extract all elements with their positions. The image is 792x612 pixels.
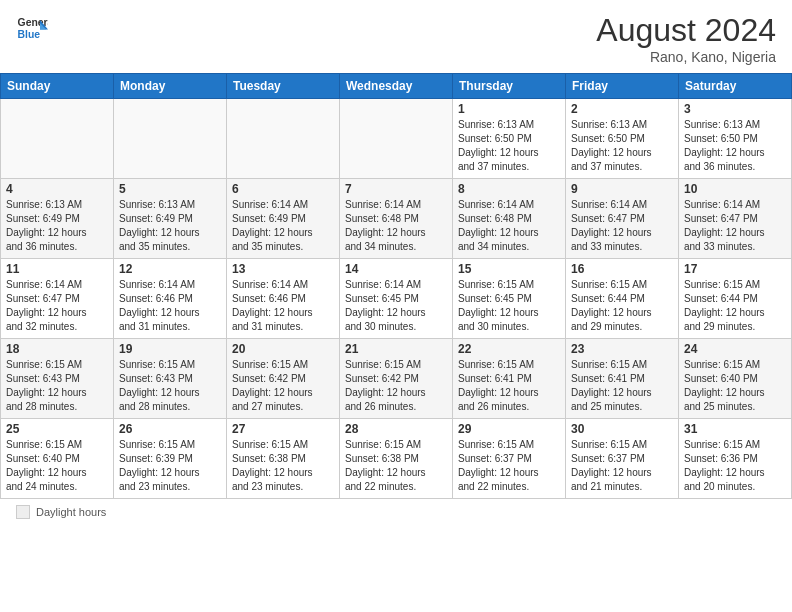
- daylight-label: Daylight hours: [36, 506, 106, 518]
- day-number: 20: [232, 342, 334, 356]
- day-info: Sunrise: 6:14 AM Sunset: 6:46 PM Dayligh…: [232, 278, 334, 334]
- day-number: 15: [458, 262, 560, 276]
- day-number: 8: [458, 182, 560, 196]
- day-info: Sunrise: 6:15 AM Sunset: 6:38 PM Dayligh…: [232, 438, 334, 494]
- day-number: 25: [6, 422, 108, 436]
- day-info: Sunrise: 6:15 AM Sunset: 6:43 PM Dayligh…: [6, 358, 108, 414]
- day-number: 9: [571, 182, 673, 196]
- calendar-day-cell: 12Sunrise: 6:14 AM Sunset: 6:46 PM Dayli…: [114, 259, 227, 339]
- calendar: SundayMondayTuesdayWednesdayThursdayFrid…: [0, 73, 792, 499]
- calendar-day-header: Monday: [114, 74, 227, 99]
- day-number: 22: [458, 342, 560, 356]
- day-info: Sunrise: 6:14 AM Sunset: 6:48 PM Dayligh…: [345, 198, 447, 254]
- day-number: 2: [571, 102, 673, 116]
- calendar-day-cell: 17Sunrise: 6:15 AM Sunset: 6:44 PM Dayli…: [679, 259, 792, 339]
- day-info: Sunrise: 6:15 AM Sunset: 6:39 PM Dayligh…: [119, 438, 221, 494]
- calendar-week-row: 4Sunrise: 6:13 AM Sunset: 6:49 PM Daylig…: [1, 179, 792, 259]
- calendar-day-cell: 24Sunrise: 6:15 AM Sunset: 6:40 PM Dayli…: [679, 339, 792, 419]
- day-number: 26: [119, 422, 221, 436]
- day-info: Sunrise: 6:15 AM Sunset: 6:41 PM Dayligh…: [571, 358, 673, 414]
- day-number: 6: [232, 182, 334, 196]
- calendar-week-row: 11Sunrise: 6:14 AM Sunset: 6:47 PM Dayli…: [1, 259, 792, 339]
- day-info: Sunrise: 6:15 AM Sunset: 6:38 PM Dayligh…: [345, 438, 447, 494]
- day-number: 23: [571, 342, 673, 356]
- day-number: 4: [6, 182, 108, 196]
- calendar-day-cell: 10Sunrise: 6:14 AM Sunset: 6:47 PM Dayli…: [679, 179, 792, 259]
- day-info: Sunrise: 6:14 AM Sunset: 6:49 PM Dayligh…: [232, 198, 334, 254]
- calendar-day-cell: 6Sunrise: 6:14 AM Sunset: 6:49 PM Daylig…: [227, 179, 340, 259]
- calendar-day-cell: 8Sunrise: 6:14 AM Sunset: 6:48 PM Daylig…: [453, 179, 566, 259]
- calendar-day-cell: 13Sunrise: 6:14 AM Sunset: 6:46 PM Dayli…: [227, 259, 340, 339]
- calendar-header-row: SundayMondayTuesdayWednesdayThursdayFrid…: [1, 74, 792, 99]
- title-block: August 2024 Rano, Kano, Nigeria: [596, 12, 776, 65]
- day-info: Sunrise: 6:13 AM Sunset: 6:50 PM Dayligh…: [458, 118, 560, 174]
- day-info: Sunrise: 6:15 AM Sunset: 6:41 PM Dayligh…: [458, 358, 560, 414]
- calendar-day-cell: 26Sunrise: 6:15 AM Sunset: 6:39 PM Dayli…: [114, 419, 227, 499]
- calendar-day-cell: 15Sunrise: 6:15 AM Sunset: 6:45 PM Dayli…: [453, 259, 566, 339]
- day-info: Sunrise: 6:14 AM Sunset: 6:45 PM Dayligh…: [345, 278, 447, 334]
- day-number: 19: [119, 342, 221, 356]
- day-info: Sunrise: 6:15 AM Sunset: 6:45 PM Dayligh…: [458, 278, 560, 334]
- day-info: Sunrise: 6:13 AM Sunset: 6:49 PM Dayligh…: [119, 198, 221, 254]
- daylight-box: [16, 505, 30, 519]
- day-number: 3: [684, 102, 786, 116]
- month-title: August 2024: [596, 12, 776, 49]
- header: General Blue August 2024 Rano, Kano, Nig…: [0, 0, 792, 73]
- calendar-day-cell: 4Sunrise: 6:13 AM Sunset: 6:49 PM Daylig…: [1, 179, 114, 259]
- calendar-day-header: Saturday: [679, 74, 792, 99]
- calendar-day-cell: 11Sunrise: 6:14 AM Sunset: 6:47 PM Dayli…: [1, 259, 114, 339]
- calendar-day-cell: 19Sunrise: 6:15 AM Sunset: 6:43 PM Dayli…: [114, 339, 227, 419]
- calendar-week-row: 18Sunrise: 6:15 AM Sunset: 6:43 PM Dayli…: [1, 339, 792, 419]
- calendar-week-row: 1Sunrise: 6:13 AM Sunset: 6:50 PM Daylig…: [1, 99, 792, 179]
- day-number: 14: [345, 262, 447, 276]
- day-info: Sunrise: 6:15 AM Sunset: 6:44 PM Dayligh…: [571, 278, 673, 334]
- day-info: Sunrise: 6:13 AM Sunset: 6:49 PM Dayligh…: [6, 198, 108, 254]
- day-info: Sunrise: 6:14 AM Sunset: 6:46 PM Dayligh…: [119, 278, 221, 334]
- day-number: 27: [232, 422, 334, 436]
- calendar-day-cell: 1Sunrise: 6:13 AM Sunset: 6:50 PM Daylig…: [453, 99, 566, 179]
- calendar-day-cell: 20Sunrise: 6:15 AM Sunset: 6:42 PM Dayli…: [227, 339, 340, 419]
- logo: General Blue: [16, 12, 48, 44]
- day-number: 11: [6, 262, 108, 276]
- calendar-day-cell: 5Sunrise: 6:13 AM Sunset: 6:49 PM Daylig…: [114, 179, 227, 259]
- calendar-day-header: Friday: [566, 74, 679, 99]
- calendar-day-header: Sunday: [1, 74, 114, 99]
- day-info: Sunrise: 6:14 AM Sunset: 6:48 PM Dayligh…: [458, 198, 560, 254]
- calendar-day-cell: 23Sunrise: 6:15 AM Sunset: 6:41 PM Dayli…: [566, 339, 679, 419]
- calendar-day-cell: 16Sunrise: 6:15 AM Sunset: 6:44 PM Dayli…: [566, 259, 679, 339]
- footer: Daylight hours: [0, 499, 792, 525]
- calendar-day-cell: 25Sunrise: 6:15 AM Sunset: 6:40 PM Dayli…: [1, 419, 114, 499]
- day-info: Sunrise: 6:15 AM Sunset: 6:42 PM Dayligh…: [345, 358, 447, 414]
- day-info: Sunrise: 6:14 AM Sunset: 6:47 PM Dayligh…: [6, 278, 108, 334]
- day-info: Sunrise: 6:13 AM Sunset: 6:50 PM Dayligh…: [571, 118, 673, 174]
- day-number: 10: [684, 182, 786, 196]
- calendar-day-cell: 7Sunrise: 6:14 AM Sunset: 6:48 PM Daylig…: [340, 179, 453, 259]
- day-info: Sunrise: 6:15 AM Sunset: 6:37 PM Dayligh…: [458, 438, 560, 494]
- calendar-day-cell: 21Sunrise: 6:15 AM Sunset: 6:42 PM Dayli…: [340, 339, 453, 419]
- calendar-day-header: Wednesday: [340, 74, 453, 99]
- day-info: Sunrise: 6:15 AM Sunset: 6:37 PM Dayligh…: [571, 438, 673, 494]
- day-number: 12: [119, 262, 221, 276]
- day-number: 16: [571, 262, 673, 276]
- calendar-day-cell: [227, 99, 340, 179]
- calendar-day-header: Thursday: [453, 74, 566, 99]
- calendar-day-cell: 27Sunrise: 6:15 AM Sunset: 6:38 PM Dayli…: [227, 419, 340, 499]
- day-info: Sunrise: 6:14 AM Sunset: 6:47 PM Dayligh…: [684, 198, 786, 254]
- day-info: Sunrise: 6:15 AM Sunset: 6:36 PM Dayligh…: [684, 438, 786, 494]
- calendar-day-cell: [114, 99, 227, 179]
- day-number: 24: [684, 342, 786, 356]
- day-number: 30: [571, 422, 673, 436]
- calendar-day-cell: [1, 99, 114, 179]
- day-number: 31: [684, 422, 786, 436]
- calendar-day-cell: 30Sunrise: 6:15 AM Sunset: 6:37 PM Dayli…: [566, 419, 679, 499]
- location: Rano, Kano, Nigeria: [596, 49, 776, 65]
- day-number: 29: [458, 422, 560, 436]
- calendar-day-cell: 28Sunrise: 6:15 AM Sunset: 6:38 PM Dayli…: [340, 419, 453, 499]
- day-number: 1: [458, 102, 560, 116]
- calendar-day-cell: 9Sunrise: 6:14 AM Sunset: 6:47 PM Daylig…: [566, 179, 679, 259]
- day-info: Sunrise: 6:15 AM Sunset: 6:44 PM Dayligh…: [684, 278, 786, 334]
- day-number: 17: [684, 262, 786, 276]
- day-info: Sunrise: 6:15 AM Sunset: 6:42 PM Dayligh…: [232, 358, 334, 414]
- calendar-day-cell: 3Sunrise: 6:13 AM Sunset: 6:50 PM Daylig…: [679, 99, 792, 179]
- calendar-day-cell: [340, 99, 453, 179]
